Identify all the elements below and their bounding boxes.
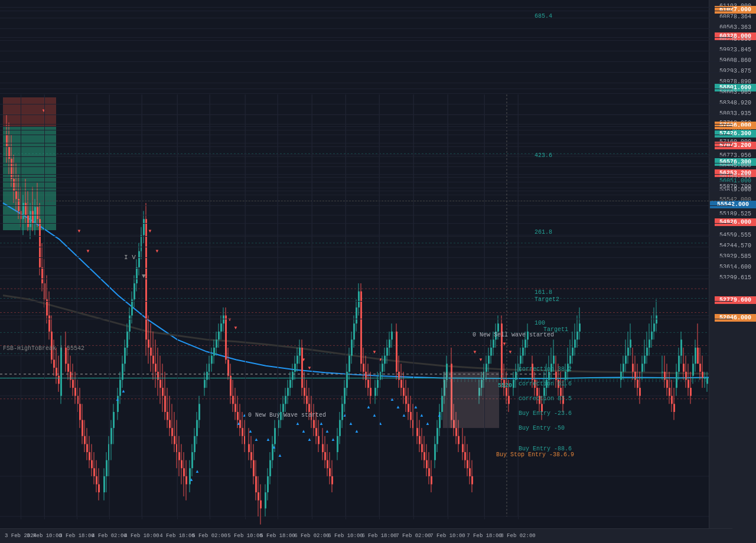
chart-container: 61193.00061027.00060878.36460563.3636032… bbox=[0, 0, 756, 543]
chart-canvas[interactable] bbox=[0, 0, 732, 543]
time-axis: 3 Feb 20243 Feb 10:003 Feb 18:004 Feb 02… bbox=[0, 528, 732, 543]
price-axis: 61193.00061027.00060878.36460563.3636032… bbox=[709, 0, 756, 543]
